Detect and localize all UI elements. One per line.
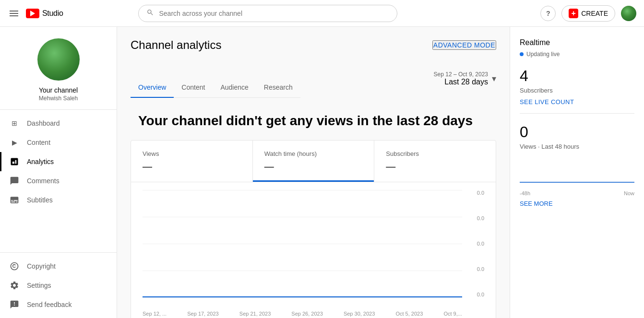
metric-watch-value: — (264, 161, 363, 172)
views-time-labels: -48h Now (520, 190, 634, 196)
views-sparkline (520, 156, 634, 185)
chart-baseline (143, 296, 462, 297)
settings-label: Settings (27, 282, 51, 289)
date-range-selector[interactable]: Sep 12 – Oct 9, 2023 Last 28 days ▾ (434, 63, 496, 94)
search-input[interactable] (159, 10, 389, 17)
sidebar-item-subtitles[interactable]: Subtitles (0, 190, 117, 210)
channel-name: Your channel (39, 86, 78, 94)
create-label: CREATE (581, 10, 608, 17)
send-feedback-label: Send feedback (27, 301, 72, 308)
subscribers-value: 4 (520, 67, 634, 85)
see-live-count-button[interactable]: SEE LIVE COUNT (520, 98, 574, 106)
feedback-icon (10, 300, 19, 309)
metric-subscribers[interactable]: Subscribers — (374, 141, 496, 182)
search-bar[interactable] (138, 5, 397, 22)
metric-views[interactable]: Views — (131, 141, 253, 182)
views-chart-area (520, 156, 634, 185)
chart-y-labels: 0.0 0.0 0.0 0.0 0.0 (477, 190, 484, 297)
studio-label: Studio (42, 9, 63, 18)
top-header: Studio ? CREATE (0, 0, 644, 27)
subtitles-icon (10, 195, 19, 205)
y-label-2: 0.0 (477, 266, 484, 272)
sidebar-item-comments[interactable]: Comments (0, 171, 117, 190)
realtime-divider (520, 113, 634, 114)
date-range-info: Sep 12 – Oct 9, 2023 Last 28 days (434, 71, 488, 86)
metric-subs-value: — (386, 161, 484, 172)
metric-watch-label: Watch time (hours) (264, 150, 363, 157)
metric-subs-label: Subscribers (386, 150, 484, 157)
x-label-2: Sep 17, 2023 (187, 311, 218, 317)
x-label-6: Oct 5, 2023 (395, 311, 423, 317)
avatar[interactable] (621, 6, 636, 21)
copyright-label: Copyright (27, 262, 56, 270)
channel-handle: Mehwish Saleh (39, 95, 78, 102)
y-label-3: 0.0 (477, 241, 484, 247)
youtube-icon (26, 9, 39, 18)
tab-audience[interactable]: Audience (213, 78, 256, 98)
metric-views-label: Views (143, 150, 241, 157)
realtime-title: Realtime (520, 38, 634, 47)
x-label-3: Sep 21, 2023 (239, 311, 271, 317)
y-label-5: 0.0 (477, 190, 484, 196)
x-label-7: Oct 9,... (443, 311, 462, 317)
metrics-row: Views — Watch time (hours) — Subscribers… (131, 141, 496, 182)
metric-views-value: — (143, 161, 241, 172)
subtitles-label: Subtitles (27, 196, 53, 204)
channel-info: Your channel Mehwish Saleh (0, 27, 117, 110)
dashboard-label: Dashboard (27, 119, 60, 127)
page-header: Channel analytics ADVANCED MODE (131, 38, 496, 52)
sidebar-item-dashboard[interactable]: Dashboard (0, 114, 117, 133)
sidebar: Your channel Mehwish Saleh Dashboard Con… (0, 27, 117, 318)
live-dot (520, 52, 524, 56)
advanced-mode-button[interactable]: ADVANCED MODE (432, 40, 496, 50)
sidebar-item-send-feedback[interactable]: Send feedback (0, 295, 117, 314)
content-icon (10, 138, 19, 147)
analytics-page: Channel analytics ADVANCED MODE Overview… (117, 27, 644, 318)
realtime-panel: Realtime Updating live 4 Subscribers SEE… (510, 27, 644, 318)
views-label: Views · Last 48 hours (520, 143, 634, 150)
realtime-live: Updating live (520, 51, 634, 58)
analytics-label: Analytics (27, 158, 54, 165)
chart-x-labels: Sep 12, ... Sep 17, 2023 Sep 21, 2023 Se… (143, 311, 462, 317)
help-button[interactable]: ? (540, 6, 556, 21)
chart-area: 0.0 0.0 0.0 0.0 0.0 Sep 12, ... Sep 17, … (131, 182, 496, 318)
comments-icon (10, 176, 19, 186)
y-label-4: 0.0 (477, 215, 484, 221)
channel-avatar[interactable] (37, 38, 80, 81)
x-label-5: Sep 30, 2023 (344, 311, 375, 317)
date-range-main: Last 28 days (434, 78, 488, 86)
header-right: ? CREATE (540, 5, 636, 22)
sidebar-item-settings[interactable]: Settings (0, 276, 117, 295)
see-more-views-button[interactable]: SEE MORE (520, 200, 553, 207)
main-layout: Your channel Mehwish Saleh Dashboard Con… (0, 27, 644, 318)
metric-watch-time[interactable]: Watch time (hours) — (253, 141, 375, 182)
sidebar-item-copyright[interactable]: Copyright (0, 257, 117, 276)
subscribers-label: Subscribers (520, 87, 634, 94)
empty-state-title: Your channel didn't get any views in the… (131, 113, 496, 129)
tab-content[interactable]: Content (174, 78, 213, 98)
copyright-icon (10, 261, 19, 271)
dashboard-icon (10, 118, 19, 128)
x-label-4: Sep 26, 2023 (291, 311, 322, 317)
analytics-tabs: Overview Content Audience Research (131, 78, 300, 98)
sidebar-item-content[interactable]: Content (0, 133, 117, 152)
sidebar-item-analytics[interactable]: Analytics (0, 152, 117, 171)
yt-studio-logo[interactable]: Studio (26, 9, 63, 18)
analytics-icon (10, 157, 19, 166)
create-button[interactable]: CREATE (561, 5, 615, 22)
views-value: 0 (520, 123, 634, 141)
settings-icon (10, 281, 19, 290)
time-end: Now (624, 190, 634, 196)
hamburger-menu[interactable] (8, 7, 20, 20)
tab-overview[interactable]: Overview (131, 78, 174, 98)
chevron-down-icon[interactable]: ▾ (492, 73, 496, 84)
chart-container: Views — Watch time (hours) — Subscribers… (131, 140, 496, 318)
page-title: Channel analytics (131, 38, 221, 52)
search-icon (146, 9, 154, 18)
x-label-1: Sep 12, ... (143, 311, 167, 317)
analytics-main: Channel analytics ADVANCED MODE Overview… (117, 27, 510, 318)
nav-items: Dashboard Content Analytics Comments (0, 110, 117, 252)
tab-research[interactable]: Research (256, 78, 300, 98)
views-section: 0 Views · Last 48 hours -48h Now SEE MOR… (520, 123, 634, 207)
content-label: Content (27, 139, 50, 146)
